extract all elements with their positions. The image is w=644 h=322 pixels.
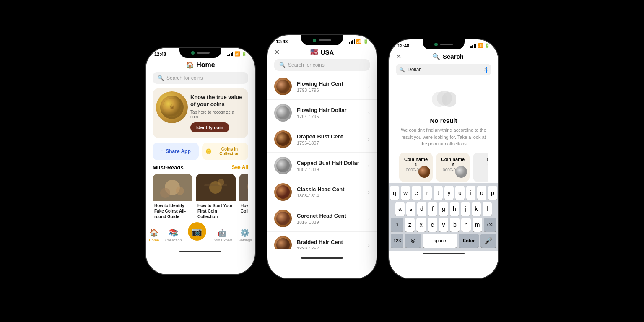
list-item[interactable]: Flowing Hair Dollar 1794-1795 ›: [267, 100, 377, 126]
enter-key[interactable]: Enter: [459, 234, 479, 248]
space-key[interactable]: space: [423, 234, 457, 248]
status-icons-2: 📶 🔋: [349, 39, 368, 44]
list-item[interactable]: Flowing Hair Cent 1793-1796 ›: [267, 73, 377, 100]
backspace-key[interactable]: ⌫: [484, 218, 496, 232]
banner-coin-img: ♛: [156, 91, 188, 123]
mic-key[interactable]: 🎤: [480, 234, 496, 248]
nav-camera-button[interactable]: 📷: [188, 222, 206, 241]
shift-key[interactable]: ⇧: [391, 218, 403, 232]
list-item[interactable]: Capped Bust Half Dollar 1807-1839 ›: [267, 153, 377, 179]
key-t[interactable]: t: [434, 186, 443, 200]
key-v[interactable]: v: [439, 218, 449, 232]
coins-in-collection-button[interactable]: 🪙 Coins in Collection: [202, 143, 248, 160]
p1-home-header: 🏠 Home: [146, 58, 255, 72]
collection-card-3[interactable]: Co 00: [473, 153, 488, 182]
key-q[interactable]: q: [390, 186, 399, 200]
chevron-icon-1: ›: [368, 83, 370, 90]
nav-settings-label: Settings: [238, 238, 252, 242]
svg-point-28: [276, 238, 290, 249]
key-b[interactable]: b: [450, 218, 460, 232]
svg-rect-21: [354, 39, 355, 44]
search-emoji-icon: 🔍: [432, 53, 440, 60]
home-indicator-1: [179, 251, 221, 252]
coin-name-1: Flowing Hair Cent: [297, 80, 368, 87]
banner-subtitle: Tap here to recognize a coin: [190, 110, 242, 119]
kb-row-4: 123 ☺ space Enter 🎤: [391, 234, 496, 248]
key-c[interactable]: c: [428, 218, 437, 232]
key-y[interactable]: y: [444, 186, 454, 200]
key-h[interactable]: h: [450, 202, 459, 216]
p2-search-bar[interactable]: 🔍 Search for coins: [274, 59, 370, 71]
key-g[interactable]: g: [439, 202, 448, 216]
key-o[interactable]: o: [477, 186, 486, 200]
collection-card-1[interactable]: Coin name 1 0000-0000: [399, 153, 433, 182]
card-3-text: How Coin Collection: [239, 201, 248, 216]
key-r[interactable]: r: [423, 186, 432, 200]
nav-home-icon: 🏠: [149, 228, 158, 237]
card-3[interactable]: How Coin Collection: [239, 174, 248, 221]
notch-bar-2: [319, 39, 331, 41]
coin-years-6: 1816-1839: [297, 220, 368, 225]
notch-green-dot-3: [434, 43, 438, 46]
p3-close-button[interactable]: ✕: [396, 52, 401, 60]
p1-search-bar[interactable]: 🔍 Search for coins: [153, 72, 248, 84]
usa-flag: 🇺🇸: [310, 48, 318, 56]
key-s[interactable]: s: [406, 202, 415, 216]
card-2[interactable]: How to Start Your First Coin Collection: [196, 174, 236, 221]
svg-rect-30: [470, 46, 472, 48]
key-u[interactable]: u: [455, 186, 465, 200]
coin-info-1: Flowing Hair Cent 1793-1796: [297, 80, 368, 93]
key-d[interactable]: d: [417, 202, 426, 216]
collection-card-2[interactable]: Coin name 2 0000-0000: [436, 153, 470, 182]
key-p[interactable]: p: [488, 186, 497, 200]
p3-search-value[interactable]: Dollar: [408, 67, 486, 73]
nav-home[interactable]: 🏠 Home: [149, 228, 159, 242]
camera-icon: 📷: [192, 226, 202, 236]
nav-collection[interactable]: 📚 Collection: [165, 228, 182, 242]
coin-years-3: 1796-1807: [297, 140, 368, 145]
notch-green-dot-2: [313, 39, 316, 42]
key-i[interactable]: i: [466, 186, 475, 200]
key-k[interactable]: k: [472, 202, 481, 216]
nav-coin-expert[interactable]: 🤖 Coin Expert: [213, 228, 232, 242]
clear-search-button[interactable]: ✕: [484, 67, 488, 73]
key-a[interactable]: a: [395, 202, 405, 216]
p2-close-button[interactable]: ✕: [274, 48, 280, 56]
no-result-desc: We couldn't find anything according to t…: [399, 127, 488, 148]
phone-home: 12:48 📶 🔋 🏠 Home: [146, 48, 255, 274]
key-l[interactable]: l: [483, 202, 492, 216]
key-w[interactable]: w: [401, 186, 410, 200]
search-title: Search: [443, 53, 464, 60]
key-f[interactable]: f: [428, 202, 437, 216]
list-item[interactable]: Braided Hair Cent 1839-1857 ›: [267, 232, 377, 249]
p1-actions-row: ↑ Share App 🪙 Coins in Collection: [153, 143, 248, 160]
identify-coin-button[interactable]: Identify coin: [190, 122, 229, 132]
list-item[interactable]: Draped Bust Cent 1796-1807 ›: [267, 126, 377, 153]
list-item[interactable]: Classic Head Cent 1808-1814 ›: [267, 179, 377, 205]
key-x[interactable]: x: [416, 218, 426, 232]
phone-search: 12:48 📶 🔋 ✕ 🔍 Sear: [389, 39, 498, 278]
see-all-button[interactable]: See All: [231, 164, 248, 170]
svg-rect-2: [231, 53, 232, 56]
key-z[interactable]: z: [405, 218, 415, 232]
nav-settings[interactable]: ⚙️ Settings: [238, 228, 252, 242]
list-item[interactable]: Coronet Head Cent 1816-1839 ›: [267, 205, 377, 232]
svg-rect-19: [351, 41, 352, 44]
share-app-button[interactable]: ↑ Share App: [153, 143, 199, 160]
numbers-key[interactable]: 123: [391, 234, 403, 248]
notch-3: [423, 39, 465, 49]
signal-icon: [227, 52, 233, 56]
svg-text:♛: ♛: [169, 104, 175, 111]
svg-point-26: [276, 185, 290, 199]
key-j[interactable]: j: [461, 202, 470, 216]
svg-rect-1: [229, 54, 230, 56]
card-1[interactable]: How to Identify Fake Coins: All-round Gu…: [153, 174, 192, 221]
key-e[interactable]: e: [412, 186, 421, 200]
signal-icon-3: [470, 44, 476, 48]
key-m[interactable]: m: [473, 218, 482, 232]
status-icons-3: 📶 🔋: [470, 43, 490, 48]
key-n[interactable]: n: [461, 218, 471, 232]
coin-name-7: Braided Hair Cent: [297, 239, 368, 245]
coll-code-3: 00: [476, 163, 488, 167]
emoji-key[interactable]: ☺: [405, 234, 421, 248]
